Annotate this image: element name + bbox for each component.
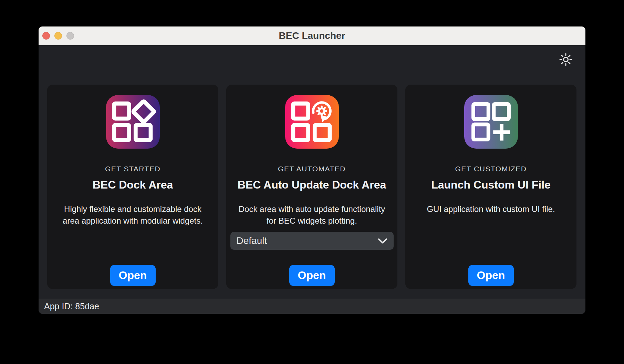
chevron-down-icon bbox=[378, 238, 387, 244]
sun-icon bbox=[559, 52, 573, 67]
open-custom-ui-button[interactable]: Open bbox=[468, 265, 514, 286]
close-button[interactable] bbox=[42, 32, 50, 40]
auto-update-config-dropdown[interactable]: Default bbox=[230, 232, 394, 250]
zoom-button[interactable] bbox=[66, 32, 74, 40]
card-title: BEC Dock Area bbox=[93, 179, 173, 191]
bec-launcher-window: BEC Launcher bbox=[39, 26, 585, 314]
card-description: Highly flexible and customizable dock ar… bbox=[56, 203, 209, 227]
grid-plus-icon bbox=[464, 95, 518, 149]
open-auto-update-button[interactable]: Open bbox=[289, 265, 335, 286]
app-id-label: App ID: 85dae bbox=[44, 301, 99, 311]
grid-diamond-icon bbox=[106, 95, 160, 149]
minimize-button[interactable] bbox=[54, 32, 62, 40]
dropdown-selected-value: Default bbox=[237, 235, 267, 246]
card-title: BEC Auto Update Dock Area bbox=[238, 179, 386, 191]
theme-toggle-button[interactable] bbox=[559, 52, 573, 67]
card-description: GUI application with custom UI file. bbox=[427, 203, 555, 215]
card-eyebrow: GET STARTED bbox=[105, 165, 160, 173]
card-description: Dock area with auto update functionality… bbox=[235, 203, 388, 227]
grid-autoupdate-gear-icon bbox=[285, 95, 339, 149]
main-content: GET STARTED BEC Dock Area Highly flexibl… bbox=[39, 45, 585, 299]
traffic-lights bbox=[42, 26, 74, 45]
card-auto-update-dock-area: GET AUTOMATED BEC Auto Update Dock Area … bbox=[226, 85, 397, 289]
card-title: Launch Custom UI File bbox=[431, 179, 551, 191]
card-eyebrow: GET CUSTOMIZED bbox=[455, 165, 527, 173]
card-launch-custom-ui: GET CUSTOMIZED Launch Custom UI File GUI… bbox=[405, 85, 576, 289]
window-title: BEC Launcher bbox=[279, 30, 345, 41]
card-row: GET STARTED BEC Dock Area Highly flexibl… bbox=[39, 45, 585, 289]
open-dock-area-button[interactable]: Open bbox=[110, 265, 156, 286]
card-bec-dock-area: GET STARTED BEC Dock Area Highly flexibl… bbox=[47, 85, 218, 289]
status-bar: App ID: 85dae bbox=[39, 299, 585, 314]
title-bar: BEC Launcher bbox=[39, 26, 585, 45]
card-eyebrow: GET AUTOMATED bbox=[278, 165, 346, 173]
